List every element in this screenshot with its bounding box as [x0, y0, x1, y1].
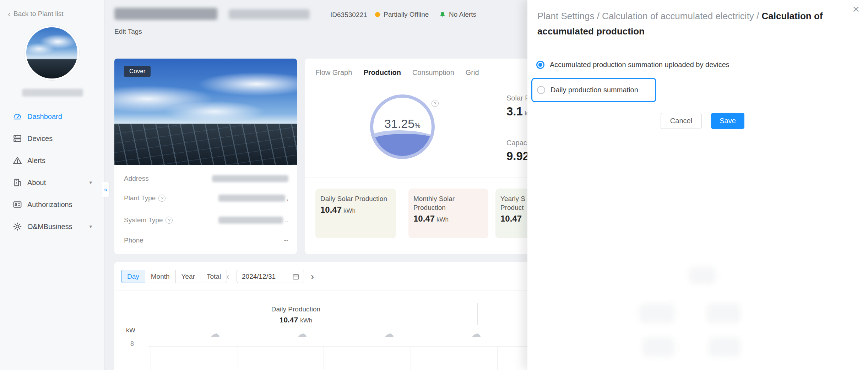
- faint-artifact: [639, 304, 675, 323]
- calendar-icon: [292, 273, 299, 280]
- plant-subtitle-redacted: [229, 9, 310, 19]
- save-button[interactable]: Save: [711, 113, 744, 129]
- option-label: Daily production summation: [550, 86, 638, 94]
- sidebar-item-devices[interactable]: Devices: [0, 127, 104, 149]
- daily-card-label: Daily Solar Production: [320, 194, 391, 203]
- plant-status: Partially Offline: [375, 11, 429, 18]
- back-chevron-icon: ‹: [8, 11, 11, 17]
- help-icon[interactable]: ?: [166, 217, 173, 224]
- caret-down-icon: ▾: [89, 179, 92, 186]
- yearly-card-value: 10.47: [500, 214, 522, 223]
- solar-power-number: 3.1: [506, 105, 523, 118]
- offline-status-dot-icon: [375, 12, 380, 17]
- sidebar-item-oam-business[interactable]: O&MBusiness ▾: [0, 216, 104, 238]
- chart-gridline: [324, 347, 324, 370]
- stats-tabs: Flow Graph Production Consumption Grid: [315, 69, 479, 77]
- capacity-number: 9.92: [506, 149, 529, 163]
- monthly-card-value: 10.47: [413, 214, 435, 223]
- about-icon: [13, 178, 22, 187]
- plant-type-label: Plant Type: [124, 194, 156, 202]
- authorizations-icon: [13, 200, 22, 209]
- radio-unselected-icon[interactable]: [537, 86, 545, 94]
- date-picker[interactable]: 2024/12/31: [237, 270, 304, 283]
- radio-selected-icon[interactable]: [536, 61, 544, 69]
- back-to-plant-list-link[interactable]: ‹ Back to Plant list: [8, 10, 63, 18]
- option-daily-production-summation[interactable]: Daily production summation: [531, 78, 656, 102]
- gauge-number: 31.25: [384, 117, 414, 130]
- prev-date-button[interactable]: ‹: [226, 270, 229, 283]
- gear-icon: [13, 222, 22, 231]
- option-label: Accumulated production summation uploade…: [550, 61, 729, 69]
- caret-down-icon: ▾: [89, 223, 92, 230]
- drawer-breadcrumb-title: Plant Settings / Calculation of accumula…: [537, 9, 868, 39]
- address-value-redacted: [212, 175, 288, 182]
- devices-icon: [13, 134, 22, 143]
- plant-avatar: [25, 26, 79, 80]
- faint-artifact: [707, 304, 740, 323]
- sidebar: ‹ Back to Plant list Dashboard Devices: [0, 0, 105, 370]
- range-total-button[interactable]: Total: [201, 270, 227, 283]
- no-alerts-icon: [439, 11, 446, 18]
- cloud-icon: ☁: [471, 328, 481, 339]
- daily-card-value: 10.47: [320, 205, 342, 214]
- monthly-solar-production-card: Monthly Solar Production 10.47kWh: [408, 189, 488, 238]
- sidebar-nav: Dashboard Devices Alerts About ▾: [0, 105, 104, 238]
- sidebar-item-authorizations[interactable]: Authorizations: [0, 194, 104, 216]
- faint-artifact: [643, 337, 675, 357]
- range-day-button[interactable]: Day: [121, 270, 145, 283]
- chart-total-unit: kWh: [300, 317, 312, 324]
- chart-gridline: [151, 347, 151, 370]
- breadcrumb-prefix: Plant Settings / Calculation of accumula…: [537, 11, 762, 21]
- edit-tags-link[interactable]: Edit Tags: [114, 28, 142, 36]
- y-axis-tick: 8: [130, 340, 134, 348]
- tab-production[interactable]: Production: [363, 69, 401, 77]
- sidebar-item-dashboard[interactable]: Dashboard: [0, 105, 104, 127]
- gauge-wave: [370, 134, 435, 159]
- tab-flow-graph[interactable]: Flow Graph: [315, 69, 352, 77]
- solar-power-value: 3.1k: [506, 105, 528, 118]
- cloud-icon: ☁: [297, 328, 307, 339]
- plant-title-redacted: [114, 8, 217, 20]
- info-icon[interactable]: ?: [432, 100, 439, 107]
- tab-grid[interactable]: Grid: [466, 69, 479, 77]
- sidebar-item-label: About: [27, 179, 46, 187]
- sidebar-item-alerts[interactable]: Alerts: [0, 149, 104, 172]
- daily-solar-production-card: Daily Solar Production 10.47kWh: [315, 189, 396, 238]
- sidebar-item-about[interactable]: About ▾: [0, 172, 104, 194]
- range-month-button[interactable]: Month: [145, 270, 176, 283]
- status-label: Partially Offline: [384, 11, 429, 18]
- production-gauge: 31.25%: [370, 94, 435, 159]
- next-date-button[interactable]: ›: [311, 270, 314, 283]
- app-root: ‹ Back to Plant list Dashboard Devices: [0, 0, 868, 370]
- range-year-button[interactable]: Year: [175, 270, 201, 283]
- sidebar-item-label: Authorizations: [27, 201, 72, 209]
- cancel-button[interactable]: Cancel: [661, 113, 702, 129]
- capacity-label: Capaci: [506, 139, 528, 147]
- solar-power-label: Solar P: [506, 94, 530, 102]
- date-value: 2024/12/31: [242, 273, 276, 281]
- phone-value: --: [284, 236, 288, 244]
- sidebar-collapse-button[interactable]: «: [102, 182, 110, 197]
- collapse-sidebar-icon: «: [104, 186, 107, 193]
- chart-gridline: [411, 347, 411, 370]
- help-icon[interactable]: ?: [158, 195, 166, 202]
- chart-title: Daily Production: [239, 305, 353, 313]
- plant-settings-drawer: × Plant Settings / Calculation of accumu…: [527, 0, 868, 370]
- range-toggle-group: Day Month Year Total: [121, 270, 227, 283]
- plant-type-value-redacted: [218, 195, 285, 202]
- yearly-card-label-line1: Yearly S: [500, 195, 525, 202]
- solar-panels-graphic: [114, 124, 297, 165]
- chart-gridline: [497, 347, 498, 370]
- yearly-card-label-line2: Product: [500, 204, 523, 211]
- daily-card-unit: kWh: [343, 207, 356, 214]
- option-accumulated-summation[interactable]: Accumulated production summation uploade…: [536, 61, 729, 69]
- cover-photo: Cover: [114, 59, 297, 165]
- system-type-label: System Type: [124, 216, 163, 224]
- alerts-label: No Alerts: [449, 11, 476, 18]
- alerts-icon: [13, 156, 22, 165]
- y-axis-unit: kW: [126, 327, 135, 334]
- alerts-status: No Alerts: [439, 11, 476, 18]
- plant-info-card: Cover Address Plant Type ? , System Type…: [114, 59, 297, 254]
- chart-gridline: [238, 347, 238, 370]
- tab-consumption[interactable]: Consumption: [412, 69, 454, 77]
